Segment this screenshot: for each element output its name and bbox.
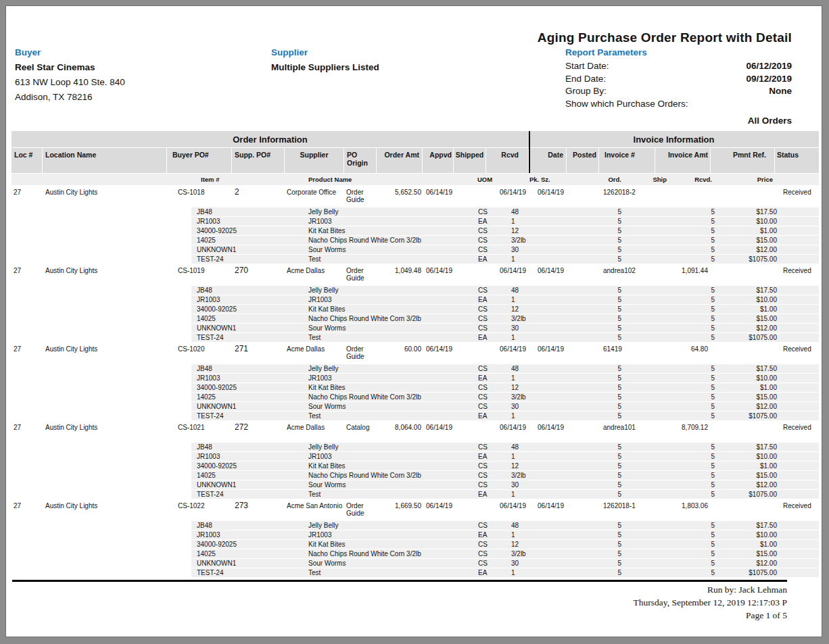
order-rcvd-date: 06/14/19: [486, 267, 529, 284]
orders-filter-value: All Orders: [565, 116, 792, 126]
order-shipped-date: [454, 502, 486, 520]
item-number: TEST-24: [191, 333, 308, 342]
order-row: 27 Austin City Lights CS-1021 272 Acme D…: [11, 422, 819, 441]
item-received-qty: 5: [667, 443, 717, 451]
item-received-qty: 5: [667, 374, 717, 382]
invoice-posted-date: [567, 424, 599, 441]
item-number: 14025: [191, 549, 308, 558]
item-product-name: Test: [308, 412, 477, 420]
item-price: $17.50: [717, 443, 778, 451]
order-location-name: Austin City Lights: [43, 189, 167, 206]
col-header-invoice-no: Invoice #: [599, 148, 655, 173]
item-pack-size: 3/2lb: [511, 236, 572, 245]
order-loc: 27: [11, 345, 43, 363]
purchase-order-block: 27 Austin City Lights CS-1018 2 Corporat…: [11, 187, 819, 264]
order-shipped-date: [454, 189, 486, 206]
item-row: TEST-24 Test EA 1 5 5 $1075.00: [11, 255, 819, 264]
invoice-amount: 64.80: [655, 345, 711, 363]
invoice-amount: [655, 189, 711, 206]
item-product-name: JR1003: [308, 530, 477, 539]
invoice-amount: 1,091.44: [655, 267, 711, 284]
item-ordered-qty: 5: [572, 530, 623, 539]
item-ordered-qty: 5: [572, 393, 623, 401]
order-appvd-date: 06/14/19: [423, 189, 454, 206]
item-number: JR1003: [191, 217, 308, 226]
item-uom: CS: [477, 462, 511, 470]
item-received-qty: 5: [667, 286, 717, 295]
item-col-header-uom: UOM: [477, 176, 511, 183]
item-price: $15.00: [717, 236, 778, 245]
item-price: $12.00: [717, 245, 778, 254]
item-uom: EA: [477, 412, 511, 420]
item-product-name: Sour Worms: [308, 559, 477, 568]
item-row: UNKNOWN1 Sour Worms CS 30 5 5 $12.00: [11, 402, 819, 411]
item-product-name: Test: [308, 255, 477, 264]
status-value: Received: [775, 502, 819, 520]
item-product-name: Sour Worms: [308, 402, 477, 411]
order-row: 27 Austin City Lights CS-1020 271 Acme D…: [11, 344, 819, 363]
order-supplier: Acme Dallas: [285, 345, 344, 363]
col-header-order-amt: Order Amt: [377, 148, 423, 173]
order-rcvd-date: 06/14/19: [486, 345, 529, 363]
item-received-qty: 5: [667, 530, 717, 539]
col-header-shipped: Shipped: [454, 148, 486, 173]
order-appvd-date: 06/14/19: [423, 345, 454, 363]
report-title: Aging Purchase Order Report with Detail: [538, 30, 792, 45]
item-row: JR1003 JR1003 EA 1 5 5 $10.00: [11, 217, 819, 226]
order-amount: 1,049.48: [377, 267, 423, 284]
item-pack-size: 3/2lb: [511, 393, 572, 401]
item-pack-size: 48: [511, 207, 572, 216]
item-product-name: Test: [308, 490, 477, 499]
item-pack-size: 48: [511, 443, 572, 451]
item-row: JB48 Jelly Belly CS 48 5 5 $17.50: [11, 443, 819, 451]
item-received-qty: 5: [667, 549, 717, 558]
item-price: $17.50: [717, 521, 778, 530]
col-header-appvd: Appvd: [423, 148, 454, 173]
item-pack-size: 1: [511, 412, 572, 420]
item-received-qty: 5: [667, 383, 717, 392]
item-ordered-qty: 5: [572, 471, 623, 480]
col-header-rcvd: Rcvd: [486, 148, 529, 173]
item-product-name: Kit Kat Bites: [308, 540, 477, 549]
supplier-label: Supplier: [271, 45, 494, 60]
item-ordered-qty: 5: [572, 402, 623, 411]
order-items: JB48 Jelly Belly CS 48 5 5 $17.50: [11, 521, 819, 577]
invoice-date: 06/14/19: [529, 345, 567, 363]
item-pack-size: 12: [511, 540, 572, 549]
item-price: $12.00: [717, 480, 778, 489]
item-col-header-price: Price: [717, 176, 778, 183]
item-received-qty: 5: [667, 217, 717, 226]
item-uom: CS: [477, 207, 511, 216]
invoice-posted-date: [567, 502, 599, 520]
purchase-order-block: 27 Austin City Lights CS-1022 273 Acme S…: [11, 501, 819, 577]
item-ordered-qty: 5: [572, 412, 623, 420]
item-received-qty: 5: [667, 255, 717, 264]
item-pack-size: 1: [511, 452, 572, 461]
item-uom: EA: [477, 568, 511, 577]
item-number: JR1003: [191, 374, 308, 382]
order-loc: 27: [11, 189, 43, 206]
order-location-name: Austin City Lights: [43, 345, 167, 363]
buyer-section: Buyer Reel Star Cinemas 613 NW Loop 410 …: [15, 45, 238, 105]
item-received-qty: 5: [667, 324, 717, 332]
item-product-name: Sour Worms: [308, 480, 477, 489]
item-col-header-item-no: Item #: [191, 176, 308, 183]
col-header-posted: Posted: [567, 148, 599, 173]
item-product-name: Sour Worms: [308, 245, 477, 254]
item-price: $17.50: [717, 286, 778, 295]
item-ordered-qty: 5: [572, 374, 623, 382]
item-uom: EA: [477, 374, 511, 382]
order-rcvd-date: 06/14/19: [486, 502, 529, 520]
item-uom: EA: [477, 255, 511, 264]
order-appvd-date: 06/14/19: [423, 267, 454, 284]
item-row: JR1003 JR1003 EA 1 5 5 $10.00: [11, 295, 819, 304]
order-location-name: Austin City Lights: [43, 502, 167, 520]
order-supplier: Corporate Office: [285, 189, 344, 206]
item-uom: CS: [477, 245, 511, 254]
invoice-number: andrea101: [599, 424, 655, 441]
item-ordered-qty: 5: [572, 549, 623, 558]
item-product-name: Jelly Belly: [308, 364, 477, 373]
item-product-name: Test: [308, 568, 477, 577]
item-product-name: JR1003: [308, 295, 477, 304]
item-number: 14025: [191, 236, 308, 245]
